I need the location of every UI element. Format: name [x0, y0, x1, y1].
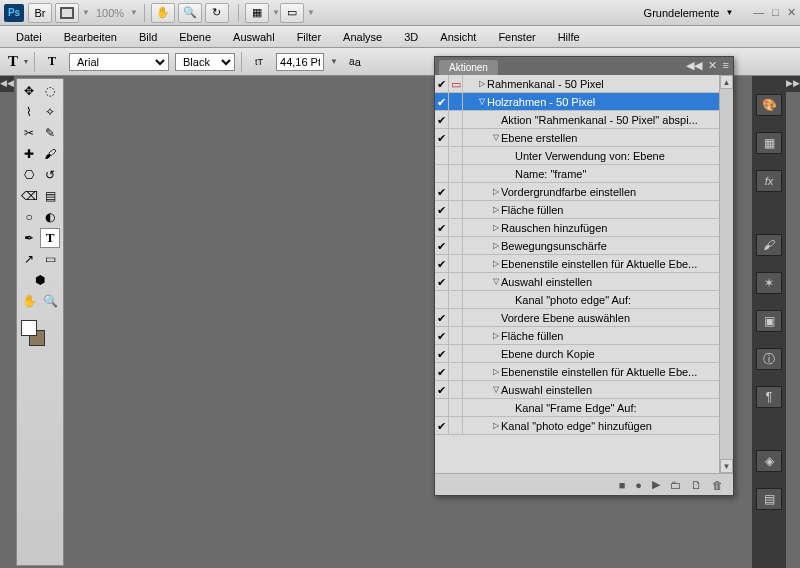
triangle-down-icon[interactable]: ▽	[491, 133, 501, 142]
action-toggle-checkbox[interactable]: ✔	[435, 219, 449, 236]
action-row[interactable]: ✔▽Auswahl einstellen	[435, 381, 733, 399]
hand-tool-button[interactable]: ✋	[151, 3, 175, 23]
action-toggle-checkbox[interactable]	[435, 147, 449, 164]
triangle-right-icon[interactable]: ▷	[477, 79, 487, 88]
blur-tool[interactable]: ○	[19, 207, 39, 227]
panel-collapse-icon[interactable]: ◀◀	[686, 59, 702, 72]
action-toggle-checkbox[interactable]: ✔	[435, 183, 449, 200]
triangle-down-icon[interactable]: ▽	[491, 277, 501, 286]
scroll-down-button[interactable]: ▼	[720, 459, 733, 473]
menu-hilfe[interactable]: Hilfe	[548, 28, 590, 46]
action-toggle-checkbox[interactable]: ✔	[435, 381, 449, 398]
3d-tool[interactable]: ⬢	[19, 270, 61, 290]
action-dialog-toggle[interactable]	[449, 327, 463, 344]
dropdown-caret-icon[interactable]: ▼	[130, 8, 138, 17]
dropdown-caret-icon[interactable]: ▼	[330, 57, 338, 66]
film-button[interactable]	[55, 3, 79, 23]
scroll-up-button[interactable]: ▲	[720, 75, 733, 89]
action-toggle-checkbox[interactable]: ✔	[435, 75, 449, 92]
action-dialog-toggle[interactable]	[449, 417, 463, 434]
triangle-right-icon[interactable]: ▷	[491, 331, 501, 340]
record-button[interactable]: ●	[635, 479, 642, 491]
triangle-right-icon[interactable]: ▷	[491, 421, 501, 430]
action-row[interactable]: ✔▷Ebenenstile einstellen für Aktuelle Eb…	[435, 255, 733, 273]
menu-analyse[interactable]: Analyse	[333, 28, 392, 46]
delete-button[interactable]: 🗑	[712, 479, 723, 491]
action-row[interactable]: ✔▷Fläche füllen	[435, 201, 733, 219]
dropdown-caret-icon[interactable]: ▾	[24, 57, 28, 66]
action-toggle-checkbox[interactable]: ✔	[435, 93, 449, 110]
action-toggle-checkbox[interactable]	[435, 399, 449, 416]
action-toggle-checkbox[interactable]: ✔	[435, 273, 449, 290]
action-dialog-toggle[interactable]	[449, 93, 463, 110]
paragraph-panel-icon[interactable]: ¶	[756, 386, 782, 408]
action-row[interactable]: ✔Vordere Ebene auswählen	[435, 309, 733, 327]
eyedropper-tool[interactable]: ✎	[40, 123, 60, 143]
crop-tool[interactable]: ✂	[19, 123, 39, 143]
action-dialog-toggle[interactable]	[449, 111, 463, 128]
new-set-button[interactable]: 🗀	[670, 479, 681, 491]
triangle-right-icon[interactable]: ▷	[491, 187, 501, 196]
orientation-button[interactable]: T	[41, 52, 63, 72]
action-dialog-toggle[interactable]	[449, 147, 463, 164]
action-row[interactable]: Kanal "photo edge" Auf:	[435, 291, 733, 309]
action-row[interactable]: ✔Ebene durch Kopie	[435, 345, 733, 363]
dodge-tool[interactable]: ◐	[40, 207, 60, 227]
antialias-button[interactable]: aa	[344, 52, 366, 72]
gradient-tool[interactable]: ▤	[40, 186, 60, 206]
action-dialog-toggle[interactable]	[449, 255, 463, 272]
history-brush-tool[interactable]: ↺	[40, 165, 60, 185]
minimize-button[interactable]: —	[753, 6, 764, 19]
action-dialog-toggle[interactable]	[449, 201, 463, 218]
maximize-button[interactable]: □	[772, 6, 779, 19]
action-toggle-checkbox[interactable]: ✔	[435, 129, 449, 146]
arrange-button[interactable]: ▦	[245, 3, 269, 23]
bridge-button[interactable]: Br	[28, 3, 52, 23]
triangle-down-icon[interactable]: ▽	[491, 385, 501, 394]
type-tool[interactable]: T	[40, 228, 60, 248]
action-row[interactable]: ✔▷Rauschen hinzufügen	[435, 219, 733, 237]
font-family-select[interactable]: Arial	[69, 53, 169, 71]
action-dialog-toggle[interactable]	[449, 129, 463, 146]
action-dialog-toggle[interactable]	[449, 399, 463, 416]
triangle-right-icon[interactable]: ▷	[491, 259, 501, 268]
action-row[interactable]: Kanal "Frame Edge" Auf:	[435, 399, 733, 417]
pen-tool[interactable]: ✒	[19, 228, 39, 248]
dropdown-caret-icon[interactable]: ▼	[307, 8, 315, 17]
action-dialog-toggle[interactable]	[449, 345, 463, 362]
action-dialog-toggle[interactable]	[449, 273, 463, 290]
shape-tool[interactable]: ▭	[40, 249, 60, 269]
action-toggle-checkbox[interactable]: ✔	[435, 345, 449, 362]
rotate-view-button[interactable]: ↻	[205, 3, 229, 23]
action-dialog-toggle[interactable]	[449, 381, 463, 398]
swatches-panel-icon[interactable]: ▦	[756, 132, 782, 154]
actions-tab[interactable]: Aktionen	[439, 60, 498, 75]
triangle-right-icon[interactable]: ▷	[491, 205, 501, 214]
path-tool[interactable]: ↗	[19, 249, 39, 269]
action-row[interactable]: ✔▷Vordergrundfarbe einstellen	[435, 183, 733, 201]
eraser-tool[interactable]: ⌫	[19, 186, 39, 206]
menu-datei[interactable]: Datei	[6, 28, 52, 46]
close-button[interactable]: ✕	[787, 6, 796, 19]
workspace-selector[interactable]: Grundelemente ▼	[634, 4, 744, 22]
histogram-panel-icon[interactable]: ▣	[756, 310, 782, 332]
type-tool-icon[interactable]: T	[8, 53, 18, 70]
action-row[interactable]: ✔▽Auswahl einstellen	[435, 273, 733, 291]
action-toggle-checkbox[interactable]: ✔	[435, 327, 449, 344]
menu-fenster[interactable]: Fenster	[488, 28, 545, 46]
foreground-color-swatch[interactable]	[21, 320, 37, 336]
screenmode-button[interactable]: ▭	[280, 3, 304, 23]
action-row[interactable]: ✔▽Holzrahmen - 50 Pixel	[435, 93, 733, 111]
action-toggle-checkbox[interactable]: ✔	[435, 309, 449, 326]
menu-auswahl[interactable]: Auswahl	[223, 28, 285, 46]
wand-tool[interactable]: ✧	[40, 102, 60, 122]
action-row[interactable]: ✔▽Ebene erstellen	[435, 129, 733, 147]
new-action-button[interactable]: 🗋	[691, 479, 702, 491]
collapse-left-button[interactable]: ◀◀	[0, 76, 14, 92]
action-toggle-checkbox[interactable]	[435, 291, 449, 308]
action-toggle-checkbox[interactable]: ✔	[435, 111, 449, 128]
info-panel-icon[interactable]: ⓘ	[756, 348, 782, 370]
channels-panel-icon[interactable]: ▤	[756, 488, 782, 510]
font-style-select[interactable]: Black	[175, 53, 235, 71]
menu-bild[interactable]: Bild	[129, 28, 167, 46]
